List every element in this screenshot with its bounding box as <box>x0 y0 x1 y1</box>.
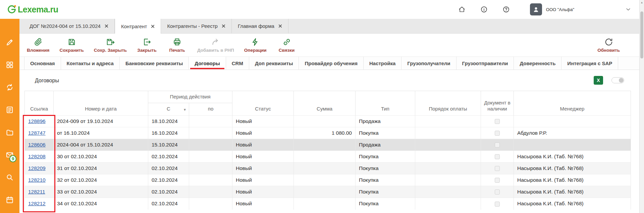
table-row[interactable]: 128209 31 от 02.10.2024 02.10.2024 Новый… <box>25 163 631 174</box>
sidebar-calendar-button[interactable] <box>0 196 19 204</box>
tab-provayder-obucheniya[interactable]: Провайдер обучения <box>299 57 364 70</box>
sidebar-mail-button[interactable]: 9 <box>0 151 19 159</box>
contract-link[interactable]: 128212 <box>28 201 46 206</box>
tab-kontakty-i-adresa[interactable]: Контакты и адреса <box>61 57 120 70</box>
manager-cell: Насырова К.И. (Таб. №768) <box>514 198 631 210</box>
close-icon[interactable] <box>278 24 282 28</box>
doc-checkbox[interactable] <box>495 178 500 183</box>
lexema-logo[interactable]: Lexema.ru <box>7 4 58 14</box>
contract-link[interactable]: 128210 <box>28 177 46 183</box>
view-toggle[interactable] <box>611 77 624 83</box>
col-header-payment[interactable]: Порядок оплаты <box>415 91 481 116</box>
contract-link[interactable]: 128747 <box>28 130 46 136</box>
chevron-down-icon[interactable] <box>625 6 631 12</box>
table-row[interactable]: 128210 32 от 02.10.2024 02.10.2024 Новый… <box>25 174 631 186</box>
close-icon[interactable] <box>151 25 155 28</box>
sidebar-search-button[interactable] <box>0 173 19 181</box>
brand-name: Lexema.ru <box>18 5 58 14</box>
col-header-link[interactable]: Ссылка <box>25 91 54 116</box>
col-header-from[interactable]: С ▼ <box>148 103 189 116</box>
table-row[interactable]: 128896 2024-009 от 19.10.2024 18.10.2024… <box>25 116 631 127</box>
contract-link[interactable]: 128896 <box>28 118 46 124</box>
col-header-sum[interactable]: Сумма <box>294 91 356 116</box>
close-icon[interactable] <box>222 24 225 28</box>
table-row[interactable]: 128211 33 от 02.10.2024 02.10.2024 Новый… <box>25 186 631 198</box>
doc-checkbox[interactable] <box>495 189 500 195</box>
contract-link[interactable]: 128208 <box>28 154 46 159</box>
sidebar-modules-button[interactable] <box>0 61 19 69</box>
type-cell: Покупка <box>356 163 415 174</box>
exit-door-icon <box>143 38 151 46</box>
payment-cell <box>415 127 481 139</box>
vertical-scrollbar[interactable]: ▲ <box>639 0 644 213</box>
col-header-to[interactable]: по <box>189 103 232 116</box>
window-tab-kontragenty-reestr[interactable]: Контрагенты - Реестр <box>161 19 231 33</box>
doc-checkbox[interactable] <box>495 131 500 136</box>
save-close-button[interactable]: Сохр. Закрыть <box>94 38 127 53</box>
tab-nastroyka[interactable]: Настройка <box>364 57 401 70</box>
window-tab-dog-2024-004[interactable]: ДОГ №2024-004 от 15.10.2024 <box>23 19 115 33</box>
print-button[interactable]: Печать <box>167 38 187 53</box>
tab-dop-rekvizity[interactable]: Доп реквизиты <box>249 57 299 70</box>
doc-checkbox[interactable] <box>495 154 500 159</box>
contract-link[interactable]: 128211 <box>28 189 45 195</box>
window-tab-glavnaya-forma[interactable]: Главная форма <box>232 19 288 33</box>
doc-checkbox[interactable] <box>495 166 500 171</box>
col-header-manager[interactable]: Менеджер <box>514 91 631 116</box>
add-rnp-button[interactable]: Добавить в РНП <box>197 38 234 53</box>
window-tab-kontragent[interactable]: Контрагент <box>115 19 161 34</box>
sidebar-edit-button[interactable] <box>0 38 19 46</box>
home-icon[interactable] <box>458 6 466 13</box>
info-icon[interactable] <box>480 6 488 13</box>
save-button[interactable]: Сохранить <box>59 38 84 53</box>
close-form-button[interactable]: Закрыть <box>137 38 157 53</box>
sidebar-sync-button[interactable] <box>0 83 19 91</box>
col-header-number[interactable]: Номер и дата <box>54 91 148 116</box>
from-cell: 18.10.2024 <box>148 116 189 127</box>
operations-button[interactable]: Операции <box>244 38 267 53</box>
tab-osnovnaya[interactable]: Основная <box>24 57 61 70</box>
tab-doverennost[interactable]: Доверенность <box>514 57 561 70</box>
status-cell: Новый <box>232 198 294 210</box>
user-avatar[interactable] <box>530 3 542 15</box>
table-row[interactable]: 128212 34 от 02.10.2024 02.10.2024 Новый… <box>25 198 631 210</box>
tab-gruzopoluchateli[interactable]: Грузополучатели <box>401 57 456 70</box>
window-tabs-bar: ДОГ №2024-004 от 15.10.2024 Контрагент К… <box>19 19 639 34</box>
table-row[interactable]: 128208 30 от 02.10.2024 02.10.2024 Новый… <box>25 151 631 163</box>
excel-export-button[interactable]: X <box>594 76 603 85</box>
payment-cell <box>415 116 481 127</box>
table-row-selected[interactable]: 128606 2024-004 от 15.10.2024 15.10.2024… <box>25 139 631 151</box>
contract-link[interactable]: 128209 <box>28 165 46 171</box>
tab-crm[interactable]: CRM <box>226 57 249 70</box>
col-header-doc[interactable]: Документ в наличии <box>481 91 514 116</box>
tab-integraciya-s-sap[interactable]: Интеграция с SAP <box>561 57 618 70</box>
status-cell: Новый <box>232 163 294 174</box>
tab-bankovskie-rekvizity[interactable]: Банковские реквизиты <box>120 57 189 70</box>
table-row[interactable]: 128747 от 16.10.2024 16.10.2024 Новый 1 … <box>25 127 631 139</box>
contract-link[interactable]: 128606 <box>28 142 46 147</box>
attachments-button[interactable]: Вложения <box>27 38 49 53</box>
doc-checkbox[interactable] <box>495 119 500 124</box>
refresh-button[interactable]: Обновить <box>597 38 620 53</box>
number-cell: от 16.10.2024 <box>54 127 148 139</box>
link-cell: 128209 <box>25 163 54 174</box>
col-header-type[interactable]: Тип <box>356 91 415 116</box>
doc-checkbox[interactable] <box>495 202 500 207</box>
doc-checkbox[interactable] <box>495 142 500 147</box>
doc-cell <box>481 198 514 210</box>
tab-dogovory[interactable]: Договоры <box>189 57 226 70</box>
links-button[interactable]: Связки <box>277 38 297 53</box>
col-header-status[interactable]: Статус <box>232 91 294 116</box>
close-icon[interactable] <box>105 24 108 28</box>
tab-gruzootpraviteli[interactable]: Грузоотправители <box>457 57 514 70</box>
manager-cell: Насырова К.И. (Таб. №768) <box>514 186 631 198</box>
scrollbar-thumb[interactable] <box>640 11 643 58</box>
scrollbar-up-arrow[interactable]: ▲ <box>640 1 644 4</box>
to-cell <box>189 139 232 151</box>
main-area: ДОГ №2024-004 от 15.10.2024 Контрагент К… <box>19 19 639 213</box>
form-tabs-bar: Основная Контакты и адреса Банковские ре… <box>19 56 639 70</box>
sidebar-reports-button[interactable] <box>0 106 19 114</box>
help-icon[interactable] <box>502 6 510 13</box>
sidebar-documents-button[interactable] <box>0 128 19 136</box>
sort-caret-icon[interactable]: ▼ <box>183 108 186 112</box>
